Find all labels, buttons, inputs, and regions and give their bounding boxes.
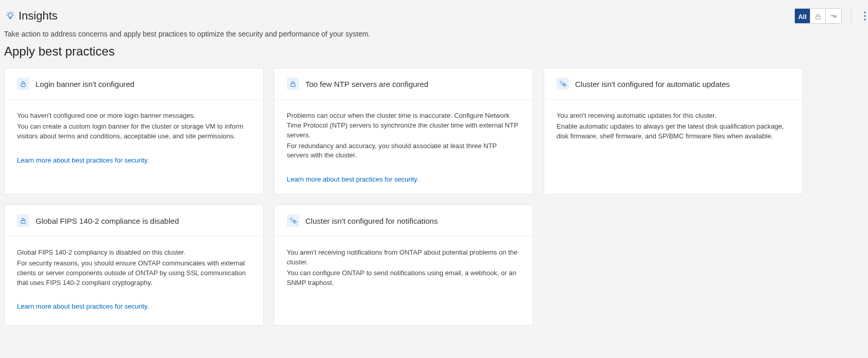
insight-card: Global FIPS 140-2 compliance is disabled… [4, 205, 264, 326]
lock-icon [17, 214, 29, 227]
card-title: Login banner isn't configured [36, 80, 134, 88]
svg-point-9 [864, 15, 865, 16]
card-header: Global FIPS 140-2 compliance is disabled [5, 205, 263, 237]
toolbar: All [794, 8, 868, 24]
svg-line-5 [12, 12, 13, 13]
card-header: Login banner isn't configured [5, 68, 263, 100]
card-header: Too few NTP servers are configured [274, 68, 533, 100]
card-text: You haven't configured one or more login… [17, 111, 251, 121]
card-text: You aren't receiving automatic updates f… [557, 111, 790, 121]
card-text: You can configure ONTAP to send notifica… [287, 268, 520, 288]
card-text: You can create a custom login banner for… [17, 122, 251, 141]
wrench-icon [830, 13, 837, 20]
page-subtitle: Take action to address concerns and appl… [4, 26, 868, 41]
card-header: Cluster isn't configured for notificatio… [274, 205, 533, 237]
svg-point-8 [864, 11, 865, 13]
page-title: Insights [19, 9, 58, 23]
card-text: Problems can occur when the cluster time… [287, 111, 520, 140]
card-title: Cluster isn't configured for automatic u… [575, 80, 730, 88]
svg-rect-11 [21, 83, 25, 86]
card-body: You haven't configured one or more login… [5, 100, 263, 174]
card-text: You aren't receiving notifications from … [287, 248, 520, 267]
insight-card: Too few NTP servers are configuredProble… [274, 68, 533, 194]
insight-card: Login banner isn't configuredYou haven't… [4, 68, 264, 194]
svg-rect-7 [815, 16, 820, 19]
filter-group: All [794, 8, 842, 24]
svg-rect-13 [21, 220, 25, 223]
filter-security-button[interactable] [810, 9, 826, 24]
card-title: Global FIPS 140-2 compliance is disabled [36, 217, 179, 225]
card-body: You aren't receiving notifications from … [274, 237, 533, 298]
title-group: Insights [5, 9, 58, 23]
filter-maintenance-button[interactable] [826, 9, 841, 24]
more-options-button[interactable] [859, 8, 868, 24]
card-text: Enable automatic updates to always get t… [557, 122, 790, 141]
lock-icon [814, 13, 822, 20]
card-title: Cluster isn't configured for notificatio… [305, 217, 438, 225]
insight-card: Cluster isn't configured for automatic u… [544, 68, 803, 194]
svg-rect-6 [9, 17, 11, 19]
card-body: You aren't receiving automatic updates f… [544, 100, 803, 152]
svg-rect-12 [291, 83, 295, 86]
learn-more-link[interactable]: Learn more about best practices for secu… [17, 302, 149, 312]
insight-card: Cluster isn't configured for notificatio… [274, 205, 533, 326]
wrench-icon [287, 214, 299, 227]
svg-point-0 [8, 13, 12, 17]
lock-icon [17, 78, 29, 90]
svg-point-10 [864, 19, 865, 20]
header: Insights All [4, 4, 868, 26]
cards-grid: Login banner isn't configuredYou haven't… [4, 68, 868, 326]
section-heading: Apply best practices [4, 44, 868, 59]
card-title: Too few NTP servers are configured [305, 80, 428, 88]
wrench-icon [557, 78, 569, 90]
card-body: Problems can occur when the cluster time… [274, 100, 533, 194]
lightbulb-icon [5, 11, 15, 21]
svg-line-4 [8, 12, 8, 13]
learn-more-link[interactable]: Learn more about best practices for secu… [17, 156, 149, 166]
card-body: Global FIPS 140-2 compliancy is disabled… [5, 237, 263, 321]
lock-icon [287, 78, 299, 90]
card-text: Global FIPS 140-2 compliancy is disabled… [17, 248, 251, 258]
card-text: For security reasons, you should ensure … [17, 259, 251, 288]
card-header: Cluster isn't configured for automatic u… [544, 68, 803, 100]
learn-more-link[interactable]: Learn more about best practices for secu… [287, 175, 419, 185]
filter-all-button[interactable]: All [795, 9, 810, 24]
divider [851, 9, 852, 23]
card-text: For redundancy and accuracy, you should … [287, 141, 520, 161]
